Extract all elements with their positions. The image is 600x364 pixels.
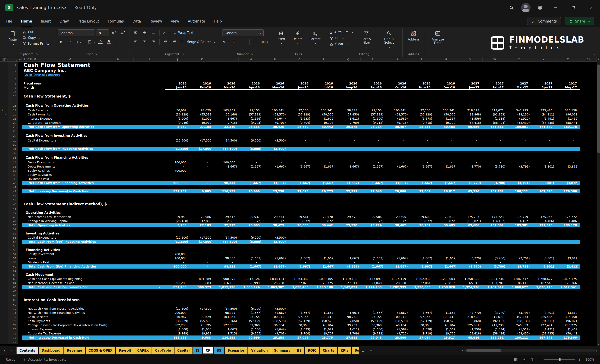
cell[interactable]: 28,817 bbox=[434, 189, 458, 193]
cell[interactable]: 30,483 bbox=[434, 223, 458, 227]
cell[interactable] bbox=[409, 151, 434, 155]
row-label-cell[interactable]: Debts Drawdowns bbox=[18, 160, 165, 164]
cell[interactable] bbox=[531, 207, 556, 211]
cell[interactable] bbox=[287, 155, 312, 160]
cell[interactable]: 65,916 bbox=[458, 281, 483, 285]
row-number[interactable]: 47 bbox=[8, 211, 18, 215]
cell[interactable]: (57,129) bbox=[287, 112, 312, 117]
row-number[interactable]: 43 bbox=[8, 193, 18, 198]
cell[interactable] bbox=[336, 62, 361, 68]
cell[interactable]: - bbox=[239, 173, 263, 177]
zoom-slider[interactable] bbox=[544, 359, 575, 360]
cell[interactable]: (1,512) bbox=[507, 117, 531, 121]
cell[interactable]: (14,500) bbox=[214, 307, 239, 311]
cell[interactable]: 28,800 bbox=[385, 189, 409, 193]
row-label-cell[interactable]: Net Cash Flow from Investing Activities bbox=[18, 147, 165, 151]
row-label-cell[interactable] bbox=[18, 244, 165, 248]
cell[interactable] bbox=[214, 151, 239, 155]
cell[interactable]: 25,258 bbox=[263, 336, 287, 340]
cell[interactable] bbox=[409, 248, 434, 252]
cell[interactable] bbox=[434, 202, 458, 207]
cell[interactable]: 29,578 bbox=[336, 223, 361, 227]
cell[interactable]: 176,366 bbox=[556, 189, 580, 193]
cell[interactable]: (57,129) bbox=[361, 319, 385, 323]
cell[interactable] bbox=[214, 207, 239, 211]
excel-app-icon[interactable]: X bbox=[5, 4, 13, 11]
sheet-tab-captable[interactable]: CapTable bbox=[152, 347, 174, 354]
cell[interactable] bbox=[287, 269, 312, 273]
cell[interactable]: (57,850) bbox=[336, 319, 361, 323]
cell[interactable] bbox=[385, 73, 409, 77]
cell[interactable]: Jan-26 bbox=[165, 86, 190, 90]
row-number[interactable]: 73 bbox=[8, 319, 18, 323]
cell[interactable]: - bbox=[312, 260, 336, 264]
cell[interactable]: - bbox=[287, 169, 312, 173]
cell[interactable] bbox=[287, 207, 312, 211]
cell[interactable] bbox=[239, 289, 263, 293]
cell[interactable] bbox=[287, 302, 312, 307]
row-number[interactable]: 37 bbox=[8, 169, 18, 173]
cell[interactable] bbox=[287, 129, 312, 133]
cell[interactable]: (1,578) bbox=[409, 117, 434, 121]
cell[interactable]: (9,949) bbox=[165, 331, 190, 336]
cell[interactable] bbox=[434, 99, 458, 103]
cell[interactable] bbox=[458, 133, 483, 138]
cell[interactable]: 39,232 bbox=[336, 323, 361, 327]
cell[interactable] bbox=[312, 211, 336, 215]
zoom-slider-thumb[interactable] bbox=[559, 358, 561, 361]
cell[interactable]: 2026 bbox=[312, 82, 336, 86]
cell[interactable]: (3,500) bbox=[263, 240, 287, 244]
cell[interactable]: (1,469) bbox=[556, 117, 580, 121]
cell[interactable] bbox=[507, 211, 531, 215]
cell[interactable]: (9,704) bbox=[287, 331, 312, 336]
cell[interactable] bbox=[458, 103, 483, 108]
column-header-t[interactable]: T bbox=[409, 57, 434, 61]
row-number[interactable]: 49 bbox=[8, 219, 18, 223]
cell[interactable] bbox=[239, 248, 263, 252]
cell[interactable]: 27,048 bbox=[361, 281, 385, 285]
cell[interactable] bbox=[239, 185, 263, 189]
column-header-z[interactable]: Z bbox=[556, 57, 580, 61]
cell[interactable] bbox=[361, 73, 385, 77]
cell[interactable]: - bbox=[531, 307, 556, 311]
cell[interactable]: Dec-26 bbox=[434, 86, 458, 90]
cell[interactable]: (17,500) bbox=[190, 307, 214, 311]
cell[interactable]: (1,633) bbox=[287, 327, 312, 331]
cell[interactable] bbox=[336, 155, 361, 160]
cell[interactable] bbox=[409, 269, 434, 273]
cell[interactable]: (88,868) bbox=[458, 319, 483, 323]
cell[interactable] bbox=[458, 293, 483, 298]
cell[interactable]: - bbox=[165, 164, 190, 169]
cell[interactable]: 175,772 bbox=[556, 215, 580, 219]
cell[interactable]: 27,183 bbox=[190, 125, 214, 129]
cell[interactable]: - bbox=[556, 240, 580, 244]
cell[interactable] bbox=[165, 133, 190, 138]
cell[interactable] bbox=[434, 143, 458, 147]
cell[interactable] bbox=[214, 62, 239, 68]
cell[interactable]: - bbox=[409, 252, 434, 256]
cell[interactable]: - bbox=[312, 160, 336, 164]
row-label-cell[interactable]: Corporate Tax Expense bbox=[18, 121, 165, 125]
cell[interactable] bbox=[556, 99, 580, 103]
cell[interactable] bbox=[239, 133, 263, 138]
cell[interactable]: 347,973 bbox=[507, 108, 531, 112]
cell[interactable] bbox=[483, 103, 507, 108]
more-sheets-button[interactable]: … bbox=[361, 348, 366, 353]
cell[interactable] bbox=[287, 143, 312, 147]
cell[interactable]: (1,667) bbox=[434, 181, 458, 185]
cell[interactable]: 1,147,091 bbox=[361, 277, 385, 281]
cell[interactable]: 4,406 bbox=[556, 219, 580, 223]
cell[interactable] bbox=[483, 99, 507, 103]
row-label-cell[interactable] bbox=[18, 302, 165, 307]
cell[interactable]: - bbox=[239, 177, 263, 181]
cell[interactable]: (57,850) bbox=[336, 112, 361, 117]
cell[interactable] bbox=[458, 207, 483, 211]
alignment-dialog-launcher[interactable]: ↘ bbox=[182, 53, 184, 56]
cell[interactable]: - bbox=[287, 260, 312, 264]
sheet-tab-cogs-opex[interactable]: COGS & OPEX bbox=[86, 347, 115, 354]
cell[interactable] bbox=[531, 202, 556, 207]
cell[interactable]: 1,090,405 bbox=[287, 285, 312, 289]
row-number[interactable]: 68 bbox=[8, 298, 18, 302]
cell[interactable] bbox=[507, 227, 531, 231]
cell[interactable]: 30,425 bbox=[263, 223, 287, 227]
